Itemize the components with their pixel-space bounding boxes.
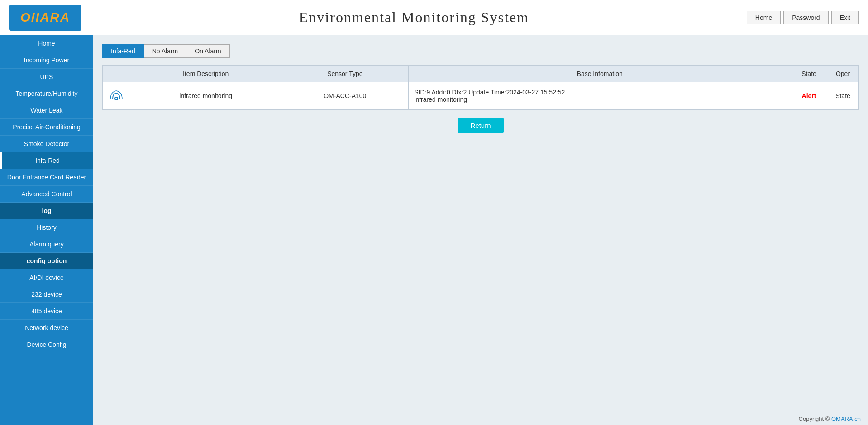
table-row: infrared monitoring OM-ACC-A100 SID:9 Ad… (103, 82, 859, 110)
header-buttons: Home Password Exit (747, 11, 859, 24)
sidebar-item-infa-red[interactable]: Infa-Red (0, 152, 93, 169)
return-row: Return (102, 118, 859, 133)
data-table: Item Description Sensor Type Base Infoma… (102, 65, 859, 110)
sidebar-item-incoming-power[interactable]: Incoming Power (0, 52, 93, 69)
sidebar-item-water-leak[interactable]: Water Leak (0, 102, 93, 119)
sidebar-item-door-entrance[interactable]: Door Entrance Card Reader (0, 169, 93, 186)
layout: Home Incoming Power UPS Temperature/Humi… (0, 35, 868, 425)
sidebar: Home Incoming Power UPS Temperature/Humi… (0, 35, 93, 425)
logo: OIIARA (9, 5, 81, 31)
infrared-icon (108, 88, 124, 104)
sidebar-item-network-device[interactable]: Network device (0, 320, 93, 336)
tab-no-alarm[interactable]: No Alarm (144, 44, 187, 58)
sidebar-item-precise-air-conditioning[interactable]: Precise Air-Conditioning (0, 119, 93, 136)
main-content: Infa-Red No Alarm On Alarm Item Descript… (93, 35, 868, 425)
col-oper: Oper (827, 66, 859, 82)
sidebar-item-232-device[interactable]: 232 device (0, 286, 93, 303)
row-state: Alert (791, 82, 827, 110)
sidebar-item-485-device[interactable]: 485 device (0, 303, 93, 320)
sidebar-item-temperature-humidity[interactable]: Temperature/Humidity (0, 85, 93, 102)
infrared-svg (108, 88, 124, 104)
home-button[interactable]: Home (747, 11, 781, 24)
sidebar-item-ai-di-device[interactable]: AI/DI device (0, 269, 93, 286)
footer: Copyright © OMARA.cn (792, 413, 868, 425)
sidebar-item-advanced-control[interactable]: Advanced Control (0, 186, 93, 203)
col-state: State (791, 66, 827, 82)
col-item-description: Item Description (130, 66, 281, 82)
row-icon-cell (103, 82, 130, 110)
footer-link[interactable]: OMARA.cn (831, 416, 861, 422)
col-icon (103, 66, 130, 82)
sidebar-item-device-config[interactable]: Device Config (0, 336, 93, 353)
col-base-info: Base Infomation (409, 66, 791, 82)
row-item-description: infrared monitoring (130, 82, 281, 110)
exit-button[interactable]: Exit (831, 11, 859, 24)
page-title: Environmental Monitoring System (81, 9, 747, 26)
sidebar-item-smoke-detector[interactable]: Smoke Detector (0, 136, 93, 152)
sidebar-item-home[interactable]: Home (0, 35, 93, 52)
return-button[interactable]: Return (458, 118, 503, 133)
tab-bar: Infa-Red No Alarm On Alarm (102, 44, 859, 58)
row-oper[interactable]: State (827, 82, 859, 110)
sidebar-item-ups[interactable]: UPS (0, 69, 93, 85)
svg-point-0 (115, 97, 118, 100)
logo-text: OIIARA (20, 10, 70, 25)
col-sensor-type: Sensor Type (281, 66, 409, 82)
row-base-info: SID:9 Addr:0 DIx:2 Update Time:2024-03-2… (409, 82, 791, 110)
row-sensor-type: OM-ACC-A100 (281, 82, 409, 110)
sidebar-section-config: config option (0, 253, 93, 269)
tab-infa-red[interactable]: Infa-Red (102, 44, 144, 58)
sidebar-section-log: log (0, 203, 93, 219)
sidebar-item-history[interactable]: History (0, 219, 93, 236)
header: OIIARA Environmental Monitoring System H… (0, 0, 868, 35)
tab-on-alarm[interactable]: On Alarm (186, 44, 229, 58)
password-button[interactable]: Password (783, 11, 828, 24)
sidebar-item-alarm-query[interactable]: Alarm query (0, 236, 93, 253)
